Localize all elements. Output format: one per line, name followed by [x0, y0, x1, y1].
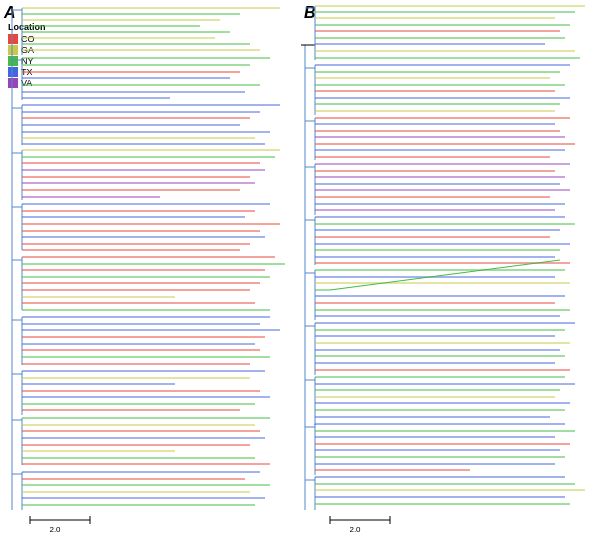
panel-a: A Location CO GA NY TX VA	[0, 0, 295, 536]
phylotree-b: 2.0	[300, 0, 600, 536]
panel-b: B 2.0	[300, 0, 600, 536]
svg-text:2.0: 2.0	[349, 525, 361, 534]
phylotree-a: 2.0	[0, 0, 295, 536]
svg-line-282	[330, 260, 560, 290]
svg-text:2.0: 2.0	[49, 525, 61, 534]
